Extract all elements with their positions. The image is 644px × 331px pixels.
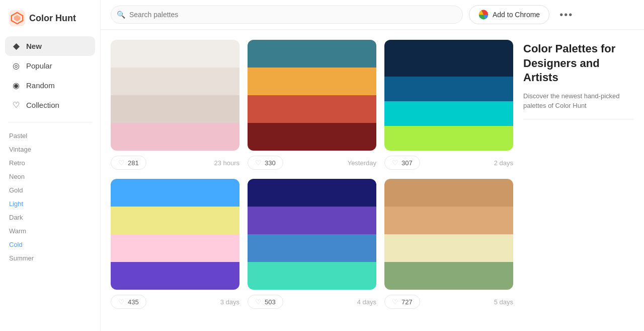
color-strip	[248, 68, 376, 95]
like-count-3: 307	[401, 159, 413, 167]
chrome-icon	[478, 10, 489, 20]
color-strip	[111, 123, 239, 151]
palette-footer-1: ♡ 281 23 hours	[111, 155, 239, 171]
heart-icon: ♡	[118, 159, 125, 167]
sidebar-item-collection[interactable]: ♡ Collection	[5, 95, 95, 115]
color-strip	[384, 77, 513, 101]
color-strip	[111, 262, 239, 290]
sidebar-item-label-popular: Popular	[26, 61, 52, 70]
heart-icon: ♡	[255, 159, 262, 167]
tag-vintage[interactable]: Vintage	[9, 143, 91, 156]
like-count-6: 727	[401, 298, 413, 306]
time-label-4: 3 days	[220, 298, 239, 306]
heart-icon: ♡	[392, 159, 398, 167]
info-description: Discover the newest hand-picked palettes…	[523, 91, 634, 111]
palette-colors-1[interactable]	[111, 40, 239, 151]
collection-icon: ♡	[11, 100, 21, 110]
new-icon: ◆	[11, 41, 21, 51]
search-icon: 🔍	[117, 11, 125, 19]
like-button-6[interactable]: ♡ 727	[384, 295, 420, 309]
color-strip	[384, 126, 513, 151]
palette-colors-2[interactable]	[248, 40, 376, 151]
palette-colors-6[interactable]	[384, 179, 513, 290]
like-button-1[interactable]: ♡ 281	[111, 156, 146, 170]
palette-colors-4[interactable]	[111, 179, 239, 290]
header: 🔍 Add to Chrome •••	[101, 0, 644, 30]
nav-tags: Pastel Vintage Retro Neon Gold Light Dar…	[0, 127, 100, 267]
tag-neon[interactable]: Neon	[9, 170, 91, 183]
tag-warm[interactable]: Warm	[9, 225, 91, 237]
search-input[interactable]	[111, 6, 463, 24]
color-strip	[384, 207, 513, 234]
heart-icon: ♡	[255, 298, 262, 306]
sidebar-item-label-new: New	[26, 42, 42, 50]
like-count-4: 435	[128, 298, 139, 306]
time-label-3: 2 days	[494, 159, 513, 167]
heart-icon: ♡	[392, 298, 398, 306]
heart-icon: ♡	[118, 298, 125, 306]
popular-icon: ◎	[11, 61, 21, 71]
more-button[interactable]: •••	[555, 7, 577, 23]
time-label-5: 4 days	[357, 298, 376, 306]
color-strip	[384, 179, 513, 207]
color-strip	[248, 234, 376, 262]
color-strip	[111, 68, 239, 95]
color-strip	[248, 207, 376, 234]
color-strip	[384, 234, 513, 262]
main-area: 🔍 Add to Chrome •••	[101, 0, 644, 331]
color-strip	[111, 234, 239, 262]
color-strip	[384, 262, 513, 290]
palette-card-5: ♡ 503 4 days	[248, 179, 376, 310]
palette-footer-6: ♡ 727 5 days	[384, 294, 513, 310]
palettes-grid: ♡ 281 23 hours ♡ 330	[111, 40, 513, 321]
like-count-5: 503	[265, 298, 276, 306]
tag-pastel[interactable]: Pastel	[9, 129, 91, 142]
nav-main: ◆ New ◎ Popular ◉ Random ♡ Collection	[0, 34, 100, 117]
palette-footer-4: ♡ 435 3 days	[111, 294, 239, 310]
sidebar: Color Hunt ◆ New ◎ Popular ◉ Random ♡ Co…	[0, 0, 101, 331]
tag-light[interactable]: Light	[9, 197, 91, 210]
palette-footer-2: ♡ 330 Yesterday	[248, 155, 376, 171]
tag-cold[interactable]: Cold	[9, 238, 91, 251]
time-label-2: Yesterday	[348, 159, 376, 167]
color-strip	[111, 207, 239, 234]
color-strip	[248, 123, 376, 151]
add-chrome-label: Add to Chrome	[493, 11, 540, 19]
palette-colors-5[interactable]	[248, 179, 376, 290]
color-strip	[111, 179, 239, 207]
color-strip	[248, 40, 376, 68]
color-strip	[248, 95, 376, 123]
sidebar-item-popular[interactable]: ◎ Popular	[5, 56, 95, 76]
info-title: Color Palettes for Designers and Artists	[523, 42, 634, 85]
sidebar-item-new[interactable]: ◆ New	[5, 36, 95, 56]
color-strip	[111, 95, 239, 123]
content: ♡ 281 23 hours ♡ 330	[101, 30, 644, 331]
like-button-2[interactable]: ♡ 330	[248, 156, 283, 170]
like-button-5[interactable]: ♡ 503	[248, 295, 283, 309]
time-label-1: 23 hours	[214, 159, 239, 167]
color-strip	[384, 40, 513, 77]
palette-card-3: ♡ 307 2 days	[384, 40, 513, 171]
color-strip	[248, 262, 376, 290]
color-strip	[384, 101, 513, 126]
color-strip	[248, 179, 376, 207]
random-icon: ◉	[11, 81, 21, 90]
tag-retro[interactable]: Retro	[9, 157, 91, 169]
palette-colors-3[interactable]	[384, 40, 513, 151]
info-divider	[523, 119, 634, 119]
tag-gold[interactable]: Gold	[9, 184, 91, 196]
logo[interactable]: Color Hunt	[0, 5, 100, 34]
tag-summer[interactable]: Summer	[9, 252, 91, 264]
sidebar-item-random[interactable]: ◉ Random	[5, 76, 95, 95]
tag-dark[interactable]: Dark	[9, 211, 91, 224]
add-chrome-button[interactable]: Add to Chrome	[469, 5, 549, 24]
palette-footer-5: ♡ 503 4 days	[248, 294, 376, 310]
like-button-4[interactable]: ♡ 435	[111, 295, 146, 309]
like-count-2: 330	[265, 159, 276, 167]
logo-text: Color Hunt	[29, 13, 76, 24]
like-button-3[interactable]: ♡ 307	[384, 156, 420, 170]
sidebar-item-label-random: Random	[26, 81, 55, 90]
time-label-6: 5 days	[494, 298, 513, 306]
search-wrapper: 🔍	[111, 6, 463, 24]
color-strip	[111, 40, 239, 68]
